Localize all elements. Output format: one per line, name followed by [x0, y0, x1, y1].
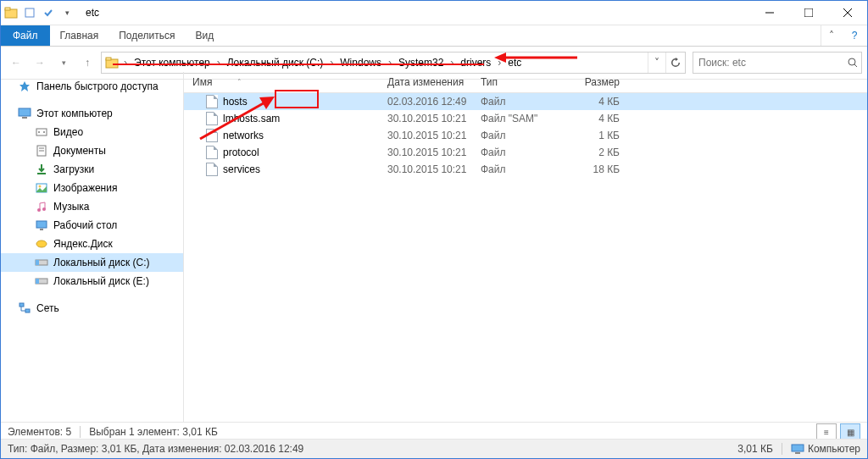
column-header-type[interactable]: Тип — [472, 76, 565, 88]
nav-recent-dropdown[interactable]: ▾ — [53, 53, 74, 73]
file-date: 30.10.2015 10:21 — [379, 163, 472, 175]
desktop-icon — [35, 218, 48, 232]
search-input[interactable] — [697, 56, 848, 69]
nav-item[interactable]: Видео — [1, 123, 183, 141]
svg-rect-12 — [19, 108, 31, 116]
breadcrumb[interactable]: etc — [503, 53, 526, 73]
maximize-button[interactable] — [789, 1, 828, 25]
nav-this-pc[interactable]: Этот компьютер — [1, 104, 183, 123]
svg-line-10 — [854, 64, 857, 67]
nav-item[interactable]: Загрузки — [1, 160, 183, 179]
nav-label: Загрузки — [53, 163, 94, 175]
nav-forward-button[interactable]: → — [30, 53, 50, 73]
file-row[interactable]: networks30.10.2015 10:21Файл1 КБ — [184, 127, 867, 144]
video-icon — [35, 125, 48, 139]
file-rows: hosts02.03.2016 12:49Файл4 КБlmhosts.sam… — [184, 93, 867, 423]
view-icons-button[interactable]: ▦ — [840, 423, 860, 440]
qat-properties-icon[interactable] — [21, 4, 38, 21]
file-name: services — [223, 163, 260, 175]
chevron-right-icon[interactable]: › — [328, 57, 335, 69]
navigation-pane: Панель быстрого доступа Этот компьютер В… — [1, 72, 184, 423]
chevron-right-icon[interactable]: › — [387, 57, 393, 69]
address-bar[interactable]: › Этот компьютер › Локальный диск (C:) ›… — [101, 52, 686, 74]
svg-point-16 — [43, 131, 45, 133]
nav-item[interactable]: Изображения — [1, 179, 183, 197]
nav-label: Сеть — [36, 302, 59, 314]
svg-rect-36 — [792, 445, 804, 451]
chevron-right-icon[interactable]: › — [448, 57, 455, 69]
svg-rect-32 — [19, 303, 24, 307]
chevron-right-icon[interactable]: › — [496, 57, 503, 69]
nav-item[interactable]: Рабочий стол — [1, 216, 183, 235]
svg-point-27 — [36, 241, 47, 247]
search-box[interactable] — [693, 52, 862, 74]
ribbon-tab-file[interactable]: Файл — [1, 25, 50, 46]
nav-label: Этот компьютер — [36, 108, 113, 119]
nav-quick-access[interactable]: Панель быстрого доступа — [1, 77, 183, 96]
refresh-button[interactable] — [665, 53, 685, 73]
ribbon-collapse-icon[interactable]: ˄ — [821, 25, 842, 46]
breadcrumb[interactable]: Windows — [335, 53, 387, 73]
qat-dropdown-icon[interactable]: ▾ — [58, 4, 75, 21]
close-button[interactable] — [828, 1, 867, 25]
window-title: etc — [79, 7, 99, 19]
svg-marker-11 — [19, 81, 30, 91]
file-size: 18 КБ — [565, 163, 633, 175]
drive-icon — [35, 256, 48, 269]
column-header-date[interactable]: Дата изменения — [379, 76, 472, 88]
search-icon[interactable] — [848, 58, 858, 68]
file-icon — [206, 146, 218, 159]
breadcrumb[interactable]: Этот компьютер — [129, 53, 215, 73]
file-size: 1 КБ — [565, 130, 633, 141]
address-dropdown-icon[interactable]: ˅ — [648, 53, 665, 73]
nav-item[interactable]: Документы — [1, 141, 183, 160]
column-header-size[interactable]: Размер — [565, 76, 633, 88]
file-row[interactable]: lmhosts.sam30.10.2015 10:21Файл "SAM"4 К… — [184, 110, 867, 127]
file-date: 30.10.2015 10:21 — [379, 130, 472, 141]
file-icon — [206, 112, 218, 125]
svg-rect-1 — [5, 8, 10, 10]
ribbon-tab-home[interactable]: Главная — [50, 25, 109, 46]
view-details-button[interactable]: ≡ — [816, 423, 837, 440]
computer-icon — [18, 107, 31, 120]
svg-point-15 — [38, 131, 40, 133]
folder-icon — [4, 6, 18, 19]
column-header-name[interactable]: Имя˄ — [184, 76, 379, 88]
nav-network[interactable]: Сеть — [1, 299, 183, 318]
breadcrumb[interactable]: drivers — [455, 53, 496, 73]
drive-icon — [35, 274, 48, 288]
ribbon-tabs: Файл Главная Поделиться Вид ˄ ? — [1, 25, 867, 47]
svg-point-24 — [42, 207, 46, 211]
nav-item[interactable]: Музыка — [1, 197, 183, 216]
file-date: 30.10.2015 10:21 — [379, 147, 472, 158]
minimize-button[interactable] — [750, 1, 789, 25]
nav-back-button[interactable]: ← — [6, 53, 26, 73]
breadcrumb[interactable]: Локальный диск (C:) — [222, 53, 329, 73]
file-name: protocol — [223, 147, 259, 158]
nav-item[interactable]: Яндекс.Диск — [1, 235, 183, 253]
nav-item[interactable]: Локальный диск (E:) — [1, 272, 183, 290]
ribbon-tab-view[interactable]: Вид — [185, 25, 224, 46]
doc-icon — [35, 144, 48, 158]
svg-rect-2 — [25, 8, 34, 17]
svg-rect-26 — [40, 229, 43, 230]
svg-rect-33 — [25, 309, 30, 312]
svg-rect-14 — [36, 129, 47, 135]
file-row[interactable]: services30.10.2015 10:21Файл18 КБ — [184, 161, 867, 178]
ribbon-tab-share[interactable]: Поделиться — [108, 25, 185, 46]
chevron-right-icon[interactable]: › — [122, 57, 129, 69]
file-date: 30.10.2015 10:21 — [379, 113, 472, 124]
nav-item[interactable]: Локальный диск (C:) — [1, 253, 183, 272]
network-icon — [18, 301, 31, 315]
qat-checkmark-icon[interactable] — [40, 4, 57, 21]
file-list-pane: Имя˄ Дата изменения Тип Размер hosts02.0… — [184, 72, 867, 423]
chevron-right-icon[interactable]: › — [215, 57, 222, 69]
file-icon — [206, 129, 218, 142]
help-icon[interactable]: ? — [842, 25, 867, 46]
svg-rect-31 — [36, 279, 39, 284]
annotation-box-hosts — [275, 90, 319, 108]
nav-up-button[interactable]: ↑ — [77, 53, 97, 73]
download-icon — [35, 163, 48, 176]
breadcrumb[interactable]: System32 — [393, 53, 448, 73]
file-row[interactable]: protocol30.10.2015 10:21Файл2 КБ — [184, 144, 867, 161]
